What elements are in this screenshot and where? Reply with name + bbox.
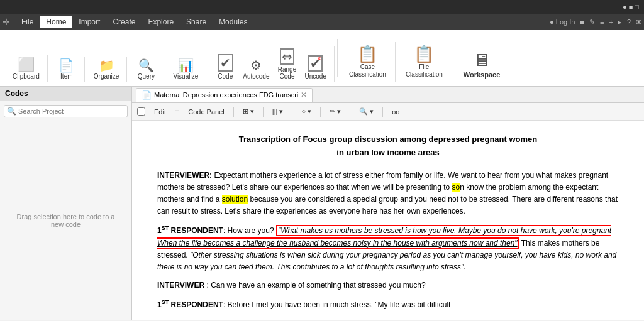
drag-text: Drag selection here to code to a new cod… — [13, 213, 119, 228]
workspace-button[interactable]: 🖥 Workspace — [458, 49, 506, 81]
doc-tab-name: Maternal Depression experiences FDG tran… — [154, 91, 298, 99]
uncode-button[interactable]: ✔✕ Uncode — [303, 54, 329, 81]
respondent1-paragraph: 1ST RESPONDENT: How are you? "What makes… — [157, 224, 619, 273]
organize-button[interactable]: 📁 Organize — [91, 58, 122, 81]
left-panel: Codes 🔍 Drag selection here to code to a… — [0, 87, 132, 320]
item-items: 📄 Item — [54, 58, 79, 81]
range-code-icon: ⇔ — [280, 48, 294, 65]
doc-tab-close[interactable]: ✕ — [301, 90, 307, 99]
menu-share[interactable]: Share — [180, 16, 213, 28]
more-button[interactable]: oo — [389, 107, 402, 117]
highlight-button[interactable]: ✏ ▾ — [327, 106, 343, 117]
visualize-icon: 📊 — [178, 59, 194, 72]
divider-1 — [233, 107, 234, 117]
clipboard-icon: ⬜ — [18, 58, 35, 72]
respondent2-label: 1ST RESPONDENT — [157, 300, 223, 309]
doc-panel: 📄 Maternal Depression experiences FDG tr… — [132, 87, 644, 320]
divider-5 — [350, 107, 350, 117]
mail-icon[interactable]: ✉ — [636, 18, 641, 26]
toolbar-checkbox[interactable] — [137, 107, 145, 116]
uncode-label: Uncode — [305, 73, 326, 80]
login-icon[interactable]: ● Log In — [550, 18, 575, 26]
respondent2-superscript: ST — [162, 299, 169, 305]
top-right-menu: ● Log In ■ ✎ ≡ + ▸ ? ✉ — [550, 18, 641, 26]
add-icon[interactable]: + — [609, 18, 613, 26]
menu-import[interactable]: Import — [72, 16, 106, 28]
move-icon[interactable]: ✛ — [3, 17, 10, 27]
play-icon[interactable]: ▸ — [618, 18, 622, 26]
uncode-icon: ✔✕ — [308, 55, 323, 72]
help-icon[interactable]: ? — [627, 18, 631, 26]
query-items: 🔍 Query — [133, 58, 158, 81]
item-button[interactable]: 📄 Item — [54, 58, 79, 81]
menu-bar: ✛ File Home Import Create Explore Share … — [0, 14, 644, 30]
ribbon-group-query: 🔍 Query — [128, 57, 164, 82]
coding-items: ✔ Code ⚙ Autocode ⇔ RangeCode ✔✕ Uncode — [213, 47, 329, 81]
code-label: Code — [218, 73, 233, 80]
title-line2: in urban low income areas — [336, 148, 439, 157]
title-line1: Transcription of Focus group discussion … — [239, 134, 538, 144]
menu-file[interactable]: File — [15, 16, 40, 28]
divider-2 — [263, 107, 264, 117]
interviewer-label: INTERVIEWER: — [157, 171, 212, 180]
code-button[interactable]: ✔ Code — [213, 53, 238, 81]
case-classification-label: CaseClassification — [349, 63, 386, 79]
organize-icon: 📁 — [99, 59, 114, 72]
menu-create[interactable]: Create — [106, 16, 142, 28]
code-panel-button[interactable]: Code Panel — [186, 107, 227, 117]
doc-title: Transcription of Focus group discussion … — [157, 133, 619, 160]
respondent2-paragraph: 1ST RESPONDENT: Before I met you have be… — [157, 298, 619, 311]
title-bar: ● ■ □ — [0, 0, 644, 14]
zoom-button[interactable]: 🔍 ▾ — [357, 106, 376, 117]
file-classification-button[interactable]: 📋 FileClassification — [402, 43, 447, 81]
menu-home[interactable]: Home — [40, 16, 72, 28]
workspace-label: Workspace — [464, 71, 501, 79]
autocode-button[interactable]: ⚙ Autocode — [240, 58, 272, 81]
user-icon[interactable]: ■ — [580, 18, 584, 26]
ribbon-group-workspace: 🖥 Workspace — [453, 48, 511, 82]
doc-content[interactable]: Transcription of Focus group discussion … — [132, 121, 644, 320]
ribbon-group-item: 📄 Item — [49, 57, 85, 82]
search-box: 🔍 — [4, 105, 128, 117]
query-button[interactable]: 🔍 Query — [133, 58, 158, 81]
interviewer2-text: : Can we have an example of something th… — [206, 281, 425, 290]
item-icon: 📄 — [58, 59, 74, 72]
range-code-button[interactable]: ⇔ RangeCode — [275, 47, 300, 81]
divider-6 — [382, 107, 383, 117]
highlight-solution: so — [452, 183, 460, 192]
ribbon-group-visualize: 📊 Visualize — [165, 57, 206, 82]
ribbon-group-file-class: 📋 FileClassification — [397, 42, 452, 82]
search-input[interactable] — [4, 105, 128, 117]
menu-icon[interactable]: ≡ — [600, 18, 604, 26]
interviewer2-label: INTERVIWER — [157, 281, 204, 290]
menu-explore[interactable]: Explore — [142, 16, 180, 28]
file-classification-label: FileClassification — [406, 63, 443, 79]
interviewer-text: Expectant mothers experience a lot of st… — [157, 171, 618, 216]
drag-area: Drag selection here to code to a new cod… — [0, 121, 131, 320]
ribbon-group-coding: ✔ Code ⚙ Autocode ⇔ RangeCode ✔✕ Uncode — [208, 46, 335, 82]
case-classification-button[interactable]: 📋 CaseClassification — [345, 43, 390, 81]
visualize-items: 📊 Visualize — [170, 58, 201, 81]
menu-modules[interactable]: Modules — [213, 16, 253, 28]
clipboard-items: ⬜ Clipboard — [10, 57, 42, 81]
view-toggle[interactable]: ⊞ ▾ — [240, 106, 257, 117]
respondent2-text: : Before I met you have been in much str… — [223, 300, 451, 309]
filter-button[interactable]: ||| ▾ — [270, 106, 286, 117]
visualize-button[interactable]: 📊 Visualize — [170, 58, 201, 81]
doc-tab[interactable]: 📄 Maternal Depression experiences FDG tr… — [136, 88, 313, 102]
clipboard-button[interactable]: ⬜ Clipboard — [10, 57, 42, 81]
divider-3 — [292, 107, 292, 117]
ribbon: ⬜ Clipboard 📄 Item 📁 Organize 🔍 Query — [0, 30, 644, 87]
edit-button[interactable]: Edit — [152, 107, 169, 117]
ribbon-group-clipboard: ⬜ Clipboard — [5, 55, 48, 82]
search-icon: 🔍 — [7, 107, 16, 116]
query-icon: 🔍 — [138, 59, 154, 72]
file-classification-icon: 📋 — [414, 46, 434, 62]
window-controls[interactable]: ● ■ □ — [623, 3, 639, 11]
edit-icon[interactable]: ✎ — [589, 18, 595, 26]
autocode-icon: ⚙ — [250, 59, 262, 72]
circle-button[interactable]: ○ ▾ — [299, 106, 314, 117]
ribbon-separator-1 — [337, 39, 338, 77]
organize-items: 📁 Organize — [91, 58, 122, 81]
codes-title: Codes — [5, 89, 28, 98]
